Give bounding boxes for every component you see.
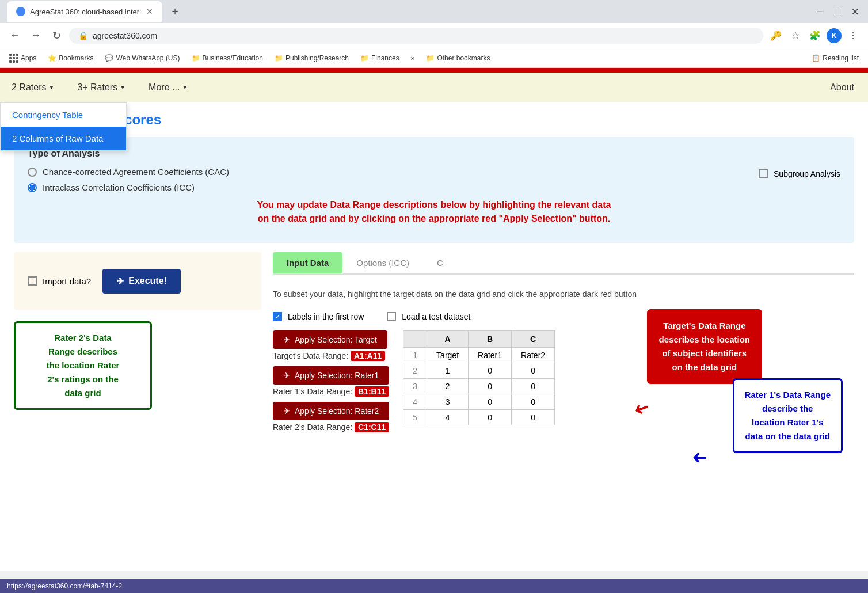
tab-c[interactable]: C bbox=[423, 252, 457, 273]
annotation-red-box: Target's Data Range describes the locati… bbox=[647, 309, 762, 384]
apply-rater1-btn[interactable]: ✈ Apply Selection: Rater1 bbox=[273, 366, 389, 385]
main-content: Analyzing Raw Scores Type of Analysis Ch… bbox=[0, 102, 868, 454]
import-checkbox-row[interactable]: Import data? bbox=[28, 276, 91, 286]
section-title: Type of Analysis bbox=[28, 149, 840, 159]
row-num-1: 1 bbox=[403, 348, 427, 363]
row-cell-5b: 0 bbox=[469, 410, 512, 425]
folder-icon-3: 📁 bbox=[360, 54, 369, 62]
tab-active[interactable]: AgreeStat 360: cloud-based inter ✕ bbox=[7, 1, 162, 22]
bookmark-bookmarks[interactable]: ⭐ Bookmarks bbox=[43, 52, 98, 64]
address-bar[interactable]: 🔒 agreestat360.com bbox=[69, 28, 763, 44]
business-label: Business/Education bbox=[203, 54, 263, 62]
close-btn[interactable]: ✕ bbox=[848, 5, 861, 18]
send-icon-1: ✈ bbox=[283, 335, 290, 344]
grid-header-empty bbox=[403, 331, 427, 348]
folder-icon-1: 📁 bbox=[192, 54, 200, 62]
data-grid: A B C 1 Target Rater1 Rater2 bbox=[403, 330, 555, 425]
row-cell-2b: 0 bbox=[469, 363, 512, 379]
tab-options-icc[interactable]: Options (ICC) bbox=[342, 252, 423, 273]
bookmark-publishing[interactable]: 📁 Publishing/Research bbox=[270, 52, 353, 64]
table-row: 2 1 0 0 bbox=[403, 363, 555, 379]
tab-close-btn[interactable]: ✕ bbox=[146, 7, 153, 16]
new-tab-btn[interactable]: + bbox=[167, 3, 183, 20]
radio-cac-label: Chance-corrected Agreement Coefficients … bbox=[43, 167, 229, 177]
back-btn[interactable]: ← bbox=[7, 28, 23, 44]
labels-checkbox: ✓ bbox=[273, 312, 282, 321]
tab-title: AgreeStat 360: cloud-based inter bbox=[30, 7, 139, 16]
labels-row[interactable]: ✓ Labels in the first row bbox=[273, 312, 364, 321]
minimize-btn[interactable]: ─ bbox=[814, 5, 827, 18]
chevron-down-icon-1: ▼ bbox=[48, 84, 54, 90]
nav-more[interactable]: More ... ▼ bbox=[137, 74, 199, 101]
bookmark-finances[interactable]: 📁 Finances bbox=[356, 52, 404, 64]
more-bookmarks-btn[interactable]: » bbox=[406, 52, 420, 64]
status-url: https://agreestat360.com/#tab-7414-2 bbox=[7, 582, 122, 590]
publishing-label: Publishing/Research bbox=[285, 54, 349, 62]
grid-header-a: A bbox=[427, 331, 469, 348]
red-box-text: Target's Data Range describes the locati… bbox=[659, 321, 750, 372]
apply-target-btn[interactable]: ✈ Apply Selection: Target bbox=[273, 330, 387, 349]
nav-bar: ← → ↻ 🔒 agreestat360.com 🔑 ☆ 🧩 K ⋮ bbox=[0, 23, 868, 48]
radio-icc[interactable]: Intraclass Correlation Coefficients (ICC… bbox=[28, 183, 229, 192]
forward-btn[interactable]: → bbox=[28, 28, 44, 44]
user-avatar[interactable]: K bbox=[827, 28, 842, 43]
other-bookmarks-label: Other bookmarks bbox=[437, 54, 490, 62]
row-cell-3b: 0 bbox=[469, 379, 512, 394]
tab-input-data[interactable]: Input Data bbox=[273, 252, 342, 273]
target-range-value: A1:A11 bbox=[351, 351, 385, 361]
bookmark-reading-list[interactable]: 📋 Reading list bbox=[807, 52, 863, 64]
apply-rater2-btn[interactable]: ✈ Apply Selection: Rater2 bbox=[273, 402, 389, 420]
load-test-row[interactable]: Load a test dataset bbox=[387, 312, 470, 321]
bookmark-other[interactable]: 📁 Other bookmarks bbox=[421, 52, 494, 64]
radio-icc-label: Intraclass Correlation Coefficients (ICC… bbox=[43, 183, 195, 192]
apps-bookmarks-item[interactable]: Apps bbox=[5, 52, 41, 64]
import-label: Import data? bbox=[43, 276, 91, 286]
red-accent-bar bbox=[0, 68, 868, 73]
extensions-icon[interactable]: 🧩 bbox=[807, 28, 823, 44]
url-text: agreestat360.com bbox=[93, 31, 157, 40]
annotation-green-box: Rater 2's Data Range describes the locat… bbox=[14, 321, 152, 410]
row-cell-3c: 0 bbox=[512, 379, 555, 394]
apps-label: Apps bbox=[21, 54, 36, 62]
row-num-3: 3 bbox=[403, 379, 427, 394]
rater1-range-value: B1:B11 bbox=[355, 386, 389, 397]
tabs-row: Input Data Options (ICC) C bbox=[273, 252, 854, 275]
site-nav: 2 Raters ▼ 3+ Raters ▼ More ... ▼ About … bbox=[0, 73, 868, 102]
row-cell-4c: 0 bbox=[512, 394, 555, 410]
subgroup-row[interactable]: Subgroup Analysis bbox=[759, 169, 840, 178]
load-test-label: Load a test dataset bbox=[402, 312, 470, 321]
menu-btn[interactable]: ⋮ bbox=[845, 28, 861, 44]
chevron-down-icon-3: ▼ bbox=[182, 84, 188, 90]
page-title: Analyzing Raw Scores bbox=[14, 112, 854, 128]
target-range-label: Target's Data Range: bbox=[273, 351, 348, 360]
nav-2raters[interactable]: 2 Raters ▼ bbox=[0, 74, 66, 101]
desc-text: To subset your data, highlight the targe… bbox=[273, 288, 854, 301]
bookmark-whatsapp[interactable]: 💬 Web WhatsApp (US) bbox=[100, 52, 184, 64]
star-icon[interactable]: ☆ bbox=[787, 28, 804, 44]
green-box-text: Rater 2's Data Range describes the locat… bbox=[47, 333, 120, 398]
maximize-btn[interactable]: □ bbox=[831, 5, 844, 18]
nav-about[interactable]: About bbox=[816, 74, 868, 101]
rater2-range-value: C1:C11 bbox=[355, 422, 389, 432]
folder-icon-4: 📁 bbox=[426, 54, 435, 62]
row-cell-1c: Rater2 bbox=[512, 348, 555, 363]
status-bar: https://agreestat360.com/#tab-7414-2 bbox=[0, 579, 868, 593]
table-row: 5 4 0 0 bbox=[403, 410, 555, 425]
row-cell-1a: Target bbox=[427, 348, 469, 363]
table-row: 4 3 0 0 bbox=[403, 394, 555, 410]
tab-favicon bbox=[16, 7, 25, 16]
row-cell-4a: 3 bbox=[427, 394, 469, 410]
radio-cac[interactable]: Chance-corrected Agreement Coefficients … bbox=[28, 167, 229, 177]
nav-3raters[interactable]: 3+ Raters ▼ bbox=[66, 74, 137, 101]
star-bookmark-icon: ⭐ bbox=[48, 54, 56, 62]
key-icon[interactable]: 🔑 bbox=[768, 28, 784, 44]
import-checkbox-sq bbox=[28, 276, 37, 286]
dropdown-item-contingency[interactable]: Contingency Table bbox=[1, 103, 126, 127]
execute-btn[interactable]: ✈ Execute! bbox=[102, 269, 181, 294]
grid-header-c: C bbox=[512, 331, 555, 348]
bookmark-business[interactable]: 📁 Business/Education bbox=[187, 52, 268, 64]
subgroup-checkbox bbox=[759, 169, 768, 178]
reload-btn[interactable]: ↻ bbox=[48, 28, 64, 44]
whatsapp-label: Web WhatsApp (US) bbox=[116, 54, 180, 62]
dropdown-item-2columns[interactable]: 2 Columns of Raw Data bbox=[1, 127, 126, 150]
